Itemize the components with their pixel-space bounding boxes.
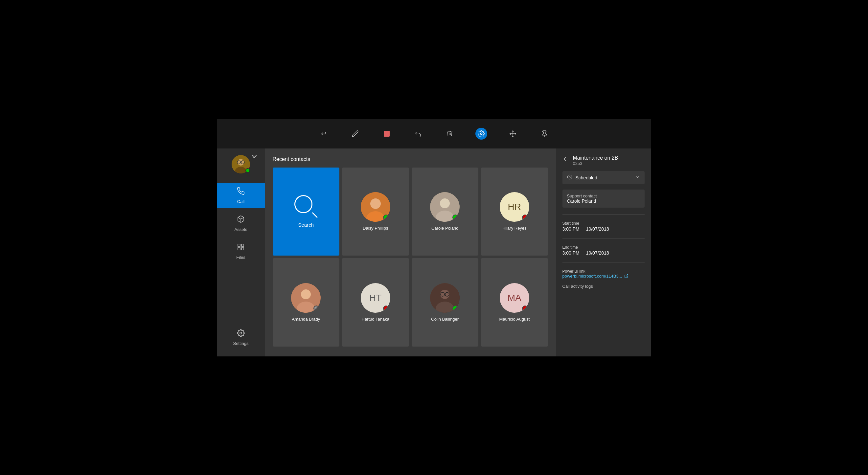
delete-icon[interactable] [444,128,456,139]
colin-name: Colin Ballinger [431,317,459,322]
content-area: Recent contacts Search [265,149,556,356]
hilary-name: Hilary Reyes [502,226,527,231]
files-label: Files [236,255,245,260]
amanda-name: Amanda Brady [292,317,320,322]
online-status-badge [245,168,250,173]
divider-2 [562,238,645,239]
amanda-status: ✕ [313,306,319,311]
toolbar: ↩ [217,119,651,149]
clock-icon [567,175,572,181]
chevron-down-icon [636,175,640,180]
panel-title: Maintenance on 2B [573,155,618,161]
sidebar-item-settings[interactable]: Settings [217,325,265,350]
contact-amanda[interactable]: ✕ Amanda Brady [273,258,340,347]
daisy-avatar [361,192,390,222]
files-icon [237,243,245,253]
main-area: Call Assets [217,149,651,356]
carole-name: Carole Poland [431,226,458,231]
settings-nav-icon [237,329,245,339]
mauricio-avatar: MA [500,283,529,313]
contact-daisy[interactable]: Daisy Phillips [342,167,409,256]
panel-id: 0253 [573,161,618,166]
hartuo-avatar: HT [361,283,390,313]
contact-colin[interactable]: Colin Ballinger [412,258,479,347]
colin-status [453,306,458,311]
back-arrow-icon[interactable]: ↩ [318,128,330,139]
support-contact-label: Support contact [567,193,640,198]
daisy-name: Daisy Phillips [363,226,388,231]
settings-icon[interactable] [475,128,487,139]
mauricio-status [522,306,528,311]
support-contact-box: Support contact Carole Poland [562,190,645,208]
sidebar-item-files[interactable]: Files [217,239,265,264]
stop-icon[interactable] [381,128,393,139]
carole-avatar [430,192,460,222]
pin-icon[interactable] [538,128,550,139]
svg-point-14 [240,332,242,334]
call-icon [237,187,245,197]
call-label: Call [237,199,244,204]
search-label: Search [298,222,314,228]
power-bi-section: Power BI link powerbi.microsoft.com/114B… [562,269,645,279]
contact-hilary[interactable]: HR Hilary Reyes [481,167,548,256]
support-contact-name: Carole Poland [567,198,640,204]
svg-line-32 [626,274,628,276]
hilary-avatar: HR [500,192,529,222]
wifi-icon [251,154,257,161]
power-bi-url: powerbi.microsoft.com/114B3... [562,274,622,279]
sidebar-item-assets[interactable]: Assets [217,211,265,236]
svg-point-0 [480,133,482,135]
section-title: Recent contacts [273,156,548,162]
mauricio-name: Mauricio August [499,317,530,322]
daisy-status [383,215,389,220]
power-bi-link[interactable]: powerbi.microsoft.com/114B3... [562,274,645,279]
call-activity-label: Call activity logs [562,284,645,289]
assets-label: Assets [234,227,247,232]
end-date: 10/07/2018 [586,250,609,256]
sidebar-item-call[interactable]: Call [217,183,265,208]
start-date: 10/07/2018 [586,226,609,231]
svg-point-19 [440,198,450,208]
hilary-status [522,215,528,220]
start-time: 3:00 PM [562,226,580,231]
svg-rect-10 [238,244,240,246]
end-time-row: End time 3:00 PM 10/07/2018 [562,245,645,256]
edit-icon[interactable] [349,128,361,139]
svg-point-22 [301,289,311,299]
divider-1 [562,214,645,215]
hartuo-name: Hartuo Tanaka [362,317,389,322]
start-time-label: Start time [562,221,645,226]
contact-carole[interactable]: Carole Poland [412,167,479,256]
panel-title-area: Maintenance on 2B 0253 [573,155,618,166]
scheduled-dropdown[interactable]: Scheduled [562,171,645,184]
svg-point-16 [370,198,381,209]
hartuo-status [383,306,389,311]
contacts-grid: Search Daisy Phillips [273,167,548,347]
colin-avatar [430,283,460,313]
search-tile[interactable]: Search [273,167,340,256]
scheduled-label: Scheduled [576,175,597,180]
user-avatar-area [231,155,250,173]
assets-icon [237,215,245,225]
end-time: 3:00 PM [562,250,580,256]
move-icon[interactable] [507,128,519,139]
svg-rect-13 [238,248,240,250]
undo-icon[interactable] [412,128,424,139]
contact-mauricio[interactable]: MA Mauricio August [481,258,548,347]
svg-rect-11 [242,244,244,246]
right-panel: Maintenance on 2B 0253 Scheduled [556,149,651,356]
end-time-label: End time [562,245,645,250]
carole-status [453,215,458,220]
panel-header: Maintenance on 2B 0253 [562,155,645,166]
settings-label: Settings [233,341,249,346]
sidebar: Call Assets [217,149,265,356]
divider-3 [562,262,645,262]
back-button[interactable] [562,155,569,164]
contact-hartuo[interactable]: HT Hartuo Tanaka [342,258,409,347]
svg-rect-12 [242,248,244,250]
power-bi-label: Power BI link [562,269,645,274]
amanda-avatar: ✕ [291,283,321,313]
start-time-row: Start time 3:00 PM 10/07/2018 [562,221,645,231]
